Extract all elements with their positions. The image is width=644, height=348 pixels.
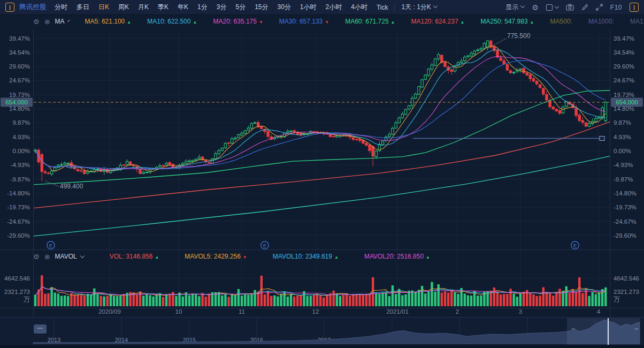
svg-text:29.60%: 29.60% bbox=[614, 63, 634, 70]
f10-button[interactable]: F10 bbox=[610, 4, 622, 11]
indicator-close-icon[interactable]: ⊗ bbox=[44, 18, 50, 25]
svg-text:39.47%: 39.47% bbox=[9, 35, 30, 42]
line-handle[interactable] bbox=[600, 137, 604, 141]
x-axis-labels: 2020/091011122021/01234 bbox=[98, 308, 601, 315]
svg-text:4: 4 bbox=[597, 308, 601, 315]
up-triangle-icon: ▲ bbox=[391, 20, 395, 25]
chevron-down-icon bbox=[433, 4, 438, 8]
indicator-value[interactable]: VOL: 3146.856▲ bbox=[110, 253, 159, 260]
indicator-value[interactable]: MAVOL10: 2349.619▲ bbox=[273, 253, 339, 260]
indicator-value[interactable]: MA30: 657.133▼ bbox=[279, 18, 329, 25]
event-marker-icon[interactable]: E bbox=[571, 241, 579, 249]
tab-年K[interactable]: 年K bbox=[178, 3, 188, 12]
indicator-settings-icon[interactable]: ⚙ bbox=[33, 253, 40, 260]
custom-period-dropdown[interactable]: 1天 : 1分K bbox=[401, 3, 436, 12]
indicator-settings-icon[interactable]: ⚙ bbox=[33, 18, 40, 25]
indicator-value[interactable]: MA10: 622.500▲ bbox=[147, 18, 197, 25]
svg-text:-14.80%: -14.80% bbox=[614, 190, 637, 196]
up-triangle-icon: ▲ bbox=[127, 20, 131, 25]
indicator-close-icon[interactable]: ⊗ bbox=[44, 253, 50, 260]
up-triangle-icon: ▲ bbox=[193, 20, 197, 25]
indicator-value[interactable]: MA500: bbox=[550, 18, 572, 25]
indicator-label: VOL: 3146.856 bbox=[110, 253, 153, 260]
scroll-left-icon[interactable]: ← bbox=[571, 324, 577, 331]
tab-5分[interactable]: 5分 bbox=[235, 3, 246, 12]
svg-text:2020/09: 2020/09 bbox=[98, 308, 121, 315]
trading-app-window: 654.000654.00039.47%39.47%34.54%34.54%29… bbox=[0, 0, 644, 348]
fullscreen-expand-icon[interactable] bbox=[596, 4, 603, 11]
svg-text:4642.546: 4642.546 bbox=[614, 275, 639, 282]
indicator-name[interactable]: MAVOL bbox=[55, 253, 77, 260]
event-marker-icon[interactable]: E bbox=[47, 241, 55, 249]
svg-text:2321.273: 2321.273 bbox=[4, 289, 30, 295]
tab-1小时[interactable]: 1小时 bbox=[300, 3, 317, 12]
indicator-value[interactable]: MAVOL20: 2516.850▲ bbox=[364, 253, 430, 260]
low-annotation: 499.400 bbox=[60, 183, 83, 190]
toolbar-divider bbox=[394, 4, 395, 11]
stock-symbol[interactable]: 腾讯控股 bbox=[19, 3, 46, 12]
indicator-value[interactable]: MA20: 635.175▼ bbox=[213, 18, 263, 25]
tab-多日[interactable]: 多日 bbox=[76, 3, 89, 12]
navigator-selection[interactable] bbox=[567, 318, 640, 345]
svg-text:11: 11 bbox=[239, 308, 245, 315]
tab-4小时[interactable]: 4小时 bbox=[351, 3, 367, 12]
svg-text:24.67%: 24.67% bbox=[614, 77, 634, 84]
svg-text:E: E bbox=[49, 243, 52, 248]
svg-text:34.54%: 34.54% bbox=[9, 49, 30, 56]
tab-3分[interactable]: 3分 bbox=[217, 3, 227, 12]
indicator-label: MA60: 671.725 bbox=[345, 18, 388, 25]
event-marker-icon[interactable]: E bbox=[261, 241, 269, 249]
tab-30分[interactable]: 30分 bbox=[278, 3, 291, 12]
indicator-value[interactable]: MA5: 621.100▲ bbox=[85, 18, 132, 25]
svg-text:-4.93%: -4.93% bbox=[614, 162, 633, 168]
display-dropdown[interactable]: 显示 bbox=[505, 3, 524, 12]
layout-dropdown[interactable] bbox=[546, 4, 558, 11]
scroll-right-icon[interactable]: → bbox=[633, 324, 639, 331]
svg-text:-14.80%: -14.80% bbox=[7, 190, 30, 196]
navigator-more-button[interactable]: ··· bbox=[34, 324, 47, 334]
svg-text:-29.60%: -29.60% bbox=[7, 232, 30, 239]
tab-周K[interactable]: 周K bbox=[118, 3, 129, 12]
tab-季K[interactable]: 季K bbox=[158, 3, 168, 12]
indicator-value[interactable]: MAVOL5: 2429.256▼ bbox=[185, 253, 247, 260]
svg-text:19.73%: 19.73% bbox=[9, 92, 30, 98]
svg-text:万: 万 bbox=[24, 296, 30, 303]
settings-gear-icon[interactable]: ⚙ bbox=[532, 4, 539, 11]
indicator-label: MAVOL10: 2349.619 bbox=[273, 253, 332, 260]
indicator-label: MAVOL20: 2516.850 bbox=[364, 253, 424, 260]
volume-bars bbox=[34, 275, 607, 306]
tab-1分[interactable]: 1分 bbox=[197, 3, 208, 12]
indicator-value[interactable]: MA120: 624.237▲ bbox=[411, 18, 465, 25]
tab-日K[interactable]: 日K bbox=[98, 3, 109, 12]
svg-text:14.80%: 14.80% bbox=[614, 105, 634, 112]
chevron-down-icon bbox=[80, 253, 84, 258]
up-triangle-icon: ▲ bbox=[334, 255, 339, 260]
indicator-label: MA1000: bbox=[588, 18, 614, 25]
tab-Tick[interactable]: Tick bbox=[377, 4, 388, 11]
indicator-value[interactable]: MA1000: bbox=[588, 18, 614, 25]
app-logo-icon[interactable]: | bbox=[5, 3, 14, 12]
svg-text:···: ··· bbox=[37, 326, 43, 331]
indicator-value[interactable]: MA60: 671.725▲ bbox=[345, 18, 395, 25]
svg-text:4.93%: 4.93% bbox=[614, 134, 631, 140]
svg-text:0.00%: 0.00% bbox=[614, 148, 631, 154]
chart-canvas[interactable]: 654.000654.00039.47%39.47%34.54%34.54%29… bbox=[0, 0, 644, 348]
indicator-label: MA5: 621.100 bbox=[85, 18, 125, 25]
period-tabs: 分时多日日K周K月K季K年K1分3分5分15分30分1小时2小时4小时Tick bbox=[55, 3, 388, 12]
indicator-value[interactable]: MA1: bbox=[630, 18, 644, 25]
panel-toggle-icon[interactable]: | bbox=[630, 3, 639, 12]
indicator-value[interactable]: MA250: 547.983▲ bbox=[481, 18, 534, 25]
chevron-down-icon bbox=[555, 4, 559, 9]
draw-pencil-icon[interactable] bbox=[581, 4, 588, 11]
screenshot-camera-icon[interactable] bbox=[566, 4, 574, 11]
indicator-name[interactable]: MA bbox=[55, 18, 65, 25]
ma10-line bbox=[35, 50, 605, 171]
tab-2小时[interactable]: 2小时 bbox=[326, 3, 342, 12]
svg-text:2013: 2013 bbox=[48, 337, 60, 343]
ma60-line bbox=[34, 90, 610, 185]
tab-分时[interactable]: 分时 bbox=[55, 3, 67, 12]
tab-15分[interactable]: 15分 bbox=[255, 3, 268, 12]
svg-text:10: 10 bbox=[175, 308, 182, 315]
svg-text:-19.73%: -19.73% bbox=[7, 204, 30, 210]
tab-月K[interactable]: 月K bbox=[138, 3, 149, 12]
